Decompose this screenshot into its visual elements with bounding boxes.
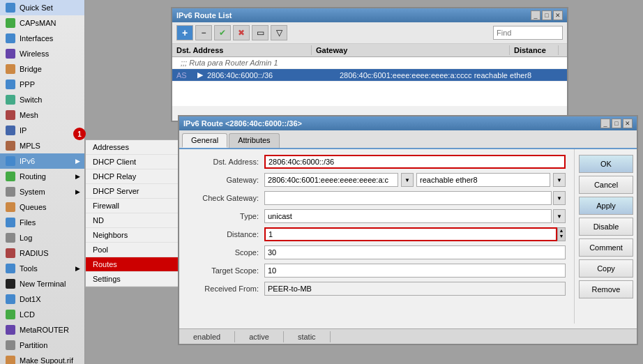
submenu-item-firewall[interactable]: Firewall (86, 199, 179, 213)
sidebar-label-partition: Partition (20, 341, 47, 349)
submenu-item-pool[interactable]: Pool (86, 243, 179, 257)
route-data-row[interactable]: AS ▶ 2806:40c:6000::/36 2806:40c:6001:ee… (172, 69, 567, 82)
sidebar-item-capsman[interactable]: CAPsMAN (0, 15, 84, 31)
sidebar-item-routing[interactable]: Routing ▶ (0, 169, 84, 184)
apply-button[interactable]: Apply (579, 197, 633, 215)
sidebar-item-metarouter[interactable]: MetaROUTER (0, 322, 84, 338)
tab-attributes[interactable]: Attributes (229, 133, 279, 148)
interfaces-icon (4, 33, 17, 44)
distance-up[interactable]: ▲ (559, 228, 564, 234)
sidebar-item-switch[interactable]: Switch (0, 92, 84, 107)
close-btn[interactable]: ✕ (553, 10, 563, 20)
sidebar-item-wireless[interactable]: Wireless (0, 46, 84, 61)
routing-icon (4, 171, 17, 182)
submenu-item-addresses[interactable]: Addresses (86, 140, 179, 155)
copy-button[interactable]: Copy (579, 259, 633, 278)
distance-scroll[interactable]: ▲ ▼ (557, 227, 566, 241)
sidebar-label-metarouter: MetaROUTER (20, 326, 69, 334)
find-input[interactable] (493, 26, 563, 40)
row-arrow: ▶ (197, 70, 203, 79)
cancel-button[interactable]: Cancel (579, 176, 633, 194)
gateway-inputs: ▼ ▼ (264, 173, 566, 187)
sidebar-item-lcd[interactable]: LCD (0, 307, 84, 322)
submenu-item-settings[interactable]: Settings (86, 272, 179, 287)
edit-close-btn[interactable]: ✕ (623, 119, 633, 128)
check-gateway-input[interactable] (264, 191, 552, 205)
metarouter-icon (4, 324, 17, 335)
gateway-input2[interactable] (416, 173, 550, 187)
arrow-tools: ▶ (75, 265, 80, 272)
capsman-icon (4, 17, 17, 29)
submenu-item-neighbors[interactable]: Neighbors (86, 228, 179, 243)
dst-address-row: Dst. Address: (188, 155, 566, 169)
type-field: ▼ (264, 209, 566, 223)
sidebar-item-queues[interactable]: Queues (0, 199, 84, 215)
sidebar-item-tools[interactable]: Tools ▶ (0, 261, 84, 276)
submenu-item-nd[interactable]: ND (86, 213, 179, 228)
ok-button[interactable]: OK (579, 155, 633, 173)
scope-label: Scope: (188, 248, 264, 257)
sidebar-item-system[interactable]: System ▶ (0, 184, 84, 199)
add-route-btn[interactable]: + (176, 25, 193, 40)
distance-label: Distance: (188, 230, 264, 238)
sidebar-item-mpls[interactable]: MPLS (0, 138, 84, 153)
sidebar-item-supout[interactable]: Make Supout.rif (0, 353, 84, 364)
gateway-dropdown2[interactable]: ▼ (553, 173, 566, 187)
type-input[interactable] (264, 209, 552, 223)
distance-input[interactable] (264, 227, 557, 241)
sidebar-item-ppp[interactable]: PPP (0, 77, 84, 92)
arrow-system: ▶ (75, 188, 80, 195)
sidebar-label-routing: Routing (20, 172, 46, 181)
remove-button[interactable]: Remove (579, 280, 633, 298)
sidebar-item-mesh[interactable]: Mesh (0, 107, 84, 123)
edit-maximize-btn[interactable]: □ (612, 119, 621, 128)
log-icon (4, 232, 17, 243)
sidebar-item-quickset[interactable]: Quick Set (0, 0, 84, 15)
submenu-item-dhcp_server[interactable]: DHCP Server (86, 184, 179, 199)
ppp-icon (4, 79, 17, 90)
tab-general[interactable]: General (182, 133, 227, 148)
sidebar-label-switch: Switch (20, 96, 42, 104)
ipv6-route-edit-window: IPv6 Route <2806:40c:6000::/36> _ □ ✕ Ge… (178, 115, 638, 345)
submenu-item-routes[interactable]: Routes (86, 257, 179, 272)
dst-address-input[interactable] (264, 155, 566, 169)
distance-down[interactable]: ▼ (559, 234, 564, 239)
sidebar-item-files[interactable]: Files (0, 215, 84, 230)
sidebar-item-bridge[interactable]: Bridge (0, 61, 84, 77)
target-scope-input[interactable] (264, 264, 566, 278)
row-gateway: 2806:40c:6001:eeee:eeee:eeee:a:cccc reac… (340, 71, 563, 79)
minimize-btn[interactable]: _ (531, 10, 540, 20)
sidebar-item-dot1x[interactable]: Dot1X (0, 291, 84, 307)
status-static: static (284, 331, 331, 342)
scope-input[interactable] (264, 245, 566, 259)
sidebar-item-terminal[interactable]: New Terminal (0, 276, 84, 291)
disable-button[interactable]: Disable (579, 218, 633, 236)
sidebar-label-mesh: Mesh (20, 111, 38, 119)
sidebar-item-radius[interactable]: RADIUS (0, 245, 84, 261)
submenu-item-dhcp_relay[interactable]: DHCP Relay (86, 169, 179, 184)
gateway-dropdown1[interactable]: ▼ (401, 173, 414, 187)
submenu-item-dhcp_client[interactable]: DHCP Client (86, 155, 179, 169)
sidebar-item-ip[interactable]: IP (0, 123, 84, 138)
sidebar-item-ipv6[interactable]: IPv6 ▶ (0, 153, 84, 169)
filter-btn[interactable]: ▽ (271, 25, 287, 40)
enable-route-btn[interactable]: ✔ (214, 25, 231, 40)
sidebar-item-interfaces[interactable]: Interfaces (0, 31, 84, 46)
type-dropdown[interactable]: ▼ (553, 209, 566, 223)
sidebar-label-wireless: Wireless (20, 50, 49, 58)
check-gateway-dropdown[interactable]: ▼ (553, 191, 566, 205)
remove-route-btn[interactable]: − (195, 25, 212, 40)
gateway-input1[interactable] (264, 173, 398, 187)
scope-row: Scope: (188, 245, 566, 259)
received-from-input (264, 282, 566, 296)
sidebar-item-partition[interactable]: Partition (0, 338, 84, 353)
form-area: Dst. Address: Gateway: ▼ ▼ Check Gateway… (179, 149, 574, 324)
route-list-header: Dst. Address Gateway Distance (172, 44, 567, 57)
sidebar-item-log[interactable]: Log (0, 230, 84, 245)
edit-minimize-btn[interactable]: _ (600, 119, 610, 128)
comment-button[interactable]: Comment (579, 238, 633, 257)
status-enabled: enabled (179, 331, 235, 342)
sort-btn[interactable]: ▭ (252, 25, 268, 40)
disable-route-btn[interactable]: ✖ (233, 25, 250, 40)
maximize-btn[interactable]: □ (542, 10, 552, 20)
